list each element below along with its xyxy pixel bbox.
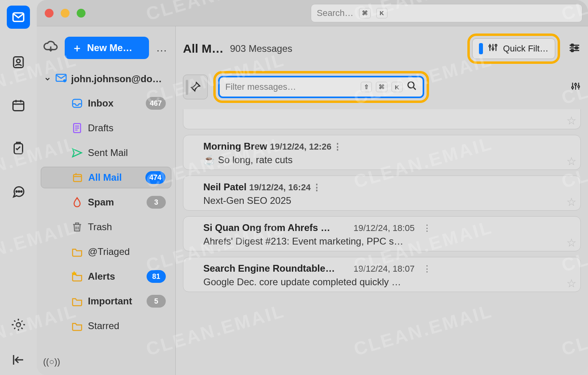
sidebar-item-label: Drafts (88, 122, 166, 134)
main-panel: All M… 903 Messages Quick Filt… (176, 26, 588, 375)
sidebar-item-sent[interactable]: Sent Mail (41, 142, 171, 164)
collapse-icon[interactable] (9, 350, 28, 369)
account-row[interactable]: john.johnson@do… (41, 68, 171, 93)
spam-icon (71, 196, 83, 208)
badge: 5 (147, 295, 166, 308)
sidebar-items: Inbox467DraftsSent MailAll Mail474Spam3T… (41, 93, 171, 337)
svg-point-8 (16, 323, 21, 327)
broadcast-icon[interactable]: ((○)) (41, 353, 171, 371)
page-title: All M… (183, 42, 224, 55)
quick-filter-button[interactable]: Quick Filt… (472, 38, 555, 59)
star-icon[interactable]: ☆ (566, 236, 576, 249)
message-card[interactable]: Morning Brew 19/12/24, 12:26⋮☕ So long, … (183, 135, 581, 170)
mail-icon[interactable] (7, 6, 30, 29)
sidebar-item-inbox[interactable]: Inbox467 (41, 93, 171, 114)
sidebar-item-triaged[interactable]: @Triaged (41, 241, 171, 262)
sidebar-item-important[interactable]: Important5 (41, 290, 171, 312)
chevron-down-icon (44, 75, 51, 83)
message-card[interactable]: ☆ (183, 109, 581, 129)
message-card[interactable]: Si Quan Ong from Ahrefs …19/12/24, 18:05… (183, 216, 581, 251)
tasks-icon[interactable] (9, 139, 28, 158)
date: 19/12/24, 16:24 (249, 182, 311, 192)
sidebar-item-alerts[interactable]: Alerts81 (41, 266, 171, 287)
subject: Google Dec. core update completed quickl… (203, 276, 573, 288)
plus-icon: ＋ (72, 41, 82, 55)
envelope-lock-icon (55, 72, 67, 86)
star-icon[interactable]: ☆ (566, 195, 576, 209)
sliders-icon (488, 42, 498, 55)
kbd-k: K (376, 8, 387, 18)
drag-handle-icon (186, 80, 188, 95)
sidebar: ＋ New Me… … john.johnson@do… Inbox467Dra… (37, 26, 176, 375)
message-card[interactable]: Neil Patel 19/12/24, 16:24⋮Next-Gen SEO … (183, 176, 581, 211)
sidebar-item-trash[interactable]: Trash (41, 216, 171, 238)
list-header: All M… 903 Messages Quick Filt… (176, 26, 588, 69)
search-icon (407, 81, 417, 93)
svg-point-15 (492, 48, 494, 49)
sidebar-item-starred[interactable]: Starred (41, 315, 171, 337)
calendar-icon[interactable] (9, 96, 28, 115)
filter-input[interactable]: Filter messages… ⇧ ⌘ K (218, 76, 424, 98)
sidebar-item-spam[interactable]: Spam3 (41, 191, 171, 213)
folder-icon (71, 320, 83, 332)
svg-point-22 (575, 84, 576, 85)
search-input[interactable]: Search… ⌘ K (311, 4, 582, 22)
sidebar-item-label: Important (88, 296, 140, 307)
folder-icon (71, 295, 83, 307)
sidebar-item-label: Starred (88, 320, 166, 332)
kebab-icon[interactable]: ⋮ (311, 182, 323, 192)
sender: Morning Brew 19/12/24, 12:26⋮ (203, 141, 347, 152)
message-card[interactable]: Search Engine Roundtable…19/12/24, 18:07… (183, 257, 581, 292)
date: 19/12/24, 12:26 (270, 142, 332, 152)
message-count: 903 Messages (230, 43, 292, 54)
svg-point-20 (408, 82, 414, 88)
subject: Next-Gen SEO 2025 (203, 195, 573, 206)
star-icon[interactable]: ☆ (566, 155, 576, 168)
filter-placeholder: Filter messages… (225, 82, 357, 92)
subject: Ahrefs' Digest #213: Event marketing, PP… (203, 236, 573, 247)
svg-point-7 (21, 191, 22, 192)
svg-point-14 (489, 45, 491, 47)
contacts-icon[interactable] (9, 53, 28, 72)
svg-point-21 (572, 87, 573, 88)
close-icon[interactable] (45, 9, 54, 18)
svg-point-6 (18, 191, 20, 192)
kebab-icon[interactable]: ⋮ (421, 264, 433, 274)
folder-icon (71, 246, 83, 258)
drafts-icon (71, 122, 83, 134)
badge: 467 (146, 97, 166, 110)
kebab-icon[interactable]: ⋮ (421, 223, 433, 233)
sender: Si Quan Ong from Ahrefs … (203, 222, 347, 233)
account-label: john.johnson@do… (71, 73, 162, 85)
gear-icon[interactable] (9, 315, 28, 334)
sync-icon[interactable] (43, 39, 58, 56)
new-message-button[interactable]: ＋ New Me… (65, 37, 149, 59)
svg-rect-13 (74, 175, 81, 182)
sidebar-item-allmail[interactable]: All Mail474 (41, 167, 171, 188)
date: 19/12/24, 18:05 (354, 223, 415, 233)
kbd-cmd: ⌘ (359, 8, 371, 18)
message-list: ☆ Morning Brew 19/12/24, 12:26⋮☕ So long… (176, 109, 588, 375)
pin-button[interactable] (183, 75, 208, 99)
star-icon[interactable]: ☆ (566, 277, 576, 290)
trash-icon (71, 221, 83, 233)
more-icon[interactable]: … (155, 41, 169, 54)
inbox-icon (71, 97, 83, 109)
sidebar-item-label: Sent Mail (88, 147, 166, 158)
sidebar-item-drafts[interactable]: Drafts (41, 117, 171, 139)
display-options-icon[interactable] (568, 41, 581, 56)
search-placeholder: Search… (317, 8, 354, 18)
filter-active-indicator (479, 43, 483, 54)
kebab-icon[interactable]: ⋮ (332, 142, 344, 152)
sent-icon (71, 147, 83, 159)
maximize-icon[interactable] (77, 9, 85, 18)
filter-options-icon[interactable] (570, 81, 581, 93)
chat-icon[interactable] (9, 182, 28, 201)
badge: 81 (147, 270, 166, 283)
sidebar-item-label: Alerts (88, 271, 140, 282)
star-icon[interactable]: ☆ (566, 114, 576, 127)
minimize-icon[interactable] (61, 9, 70, 18)
allmail-icon (72, 172, 83, 184)
svg-point-23 (578, 86, 579, 87)
titlebar: Search… ⌘ K (37, 0, 588, 26)
